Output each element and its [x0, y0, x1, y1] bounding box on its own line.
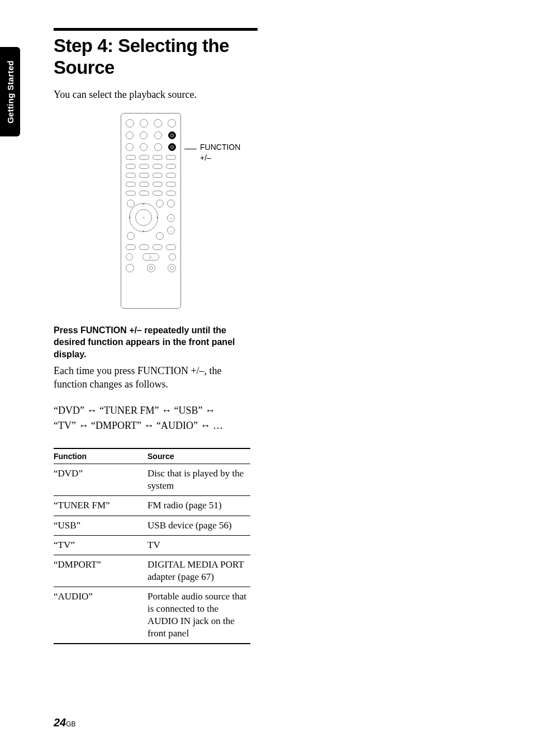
table-cell: “DVD” [54, 464, 147, 496]
remote-dpad-cluster: + + – [126, 200, 176, 240]
table-head-source: Source [147, 448, 250, 464]
callout-line-icon [184, 149, 197, 149]
arrow-lr-icon: ↔ [205, 403, 215, 418]
remote-button-icon [140, 131, 147, 139]
remote-button-icon [166, 164, 176, 169]
remote-button-icon [126, 191, 136, 196]
remote-button-icon [166, 155, 176, 160]
remote-button-icon [166, 191, 176, 196]
remote-button-icon [126, 143, 134, 151]
page-title: Step 4: Selecting the Source [54, 35, 255, 79]
remote-button-icon [139, 191, 149, 196]
cycle-seg: “DMPORT” [88, 420, 144, 431]
cycle-seg: “TUNER FM” [97, 405, 161, 416]
instruction-bold: Press FUNCTION +/– repeatedly until the … [54, 324, 255, 361]
table-cell: “TV” [54, 535, 147, 555]
remote-button-icon [153, 182, 163, 187]
remote-button-icon [154, 131, 162, 139]
remote-button-icon [139, 164, 149, 169]
remote-button-icon [126, 164, 136, 169]
remote-button-icon [167, 200, 175, 207]
table-cell: USB device (page 56) [147, 516, 250, 535]
remote-plus-icon: + [167, 214, 175, 222]
cycle-seg: “TV” [54, 420, 78, 431]
remote-diagram: + + – ▷ [121, 113, 181, 309]
remote-button-icon [126, 182, 136, 187]
remote-button-icon [168, 264, 176, 272]
remote-button-icon [153, 191, 163, 196]
remote-button-icon [139, 173, 149, 178]
table-row: “TV”TV [54, 535, 250, 555]
cycle-seg: “USB” [172, 405, 205, 416]
remote-button-icon [126, 155, 136, 160]
remote-button-icon [166, 173, 176, 178]
remote-button-icon [139, 182, 149, 187]
table-cell: “USB” [54, 516, 147, 535]
instruction-followup: Each time you press FUNCTION +/–, the fu… [54, 364, 255, 391]
callout-text-line1: FUNCTION [200, 142, 240, 153]
remote-button-icon [126, 131, 134, 139]
remote-button-icon [154, 119, 162, 127]
remote-button-icon [168, 119, 176, 127]
remote-button-icon [156, 232, 164, 240]
remote-button-icon [126, 253, 133, 261]
remote-button-icon [126, 244, 136, 250]
remote-button-icon [140, 143, 147, 151]
function-plus-button-icon [168, 131, 176, 139]
remote-button-icon [156, 200, 164, 207]
remote-button-icon [166, 244, 176, 250]
table-head-function: Function [54, 448, 147, 464]
table-cell: Disc that is played by the system [147, 464, 250, 496]
remote-button-icon [126, 173, 136, 178]
remote-minus-icon: – [167, 226, 175, 234]
function-table: Function Source “DVD”Disc that is played… [54, 448, 250, 644]
arrow-lr-icon: ↔ [87, 403, 97, 418]
remote-button-icon [139, 244, 149, 250]
table-cell: FM radio (page 51) [147, 496, 250, 516]
table-row: “DVD”Disc that is played by the system [54, 464, 250, 496]
function-minus-button-icon [168, 143, 176, 151]
function-cycle: “DVD” ↔ “TUNER FM” ↔ “USB” ↔ “TV” ↔ “DMP… [54, 403, 266, 433]
page-region: GB [66, 720, 75, 728]
table-cell: “DMPORT” [54, 555, 147, 587]
callout-text-line2: +/– [200, 153, 240, 163]
table-cell: “TUNER FM” [54, 496, 147, 516]
cycle-seg: … [210, 420, 223, 431]
arrow-lr-icon: ↔ [161, 403, 172, 418]
cycle-seg: “DVD” [54, 405, 87, 416]
remote-button-icon [126, 264, 134, 272]
remote-button-icon [126, 119, 134, 127]
heading-rule [54, 28, 258, 31]
table-cell: Portable audio source that is connected … [147, 587, 250, 644]
remote-button-icon [154, 143, 162, 151]
table-cell: “AUDIO” [54, 587, 147, 644]
section-tab: Getting Started [0, 47, 20, 136]
remote-button-icon [166, 182, 176, 187]
remote-button-icon [139, 155, 149, 160]
remote-button-icon [153, 164, 163, 169]
page-number: 24 [54, 716, 66, 729]
intro-text: You can select the playback source. [54, 89, 255, 101]
section-tab-label: Getting Started [6, 60, 15, 124]
remote-button-icon [147, 264, 155, 272]
arrow-lr-icon: ↔ [78, 418, 88, 433]
remote-button-icon [140, 119, 148, 127]
remote-button-icon [127, 232, 135, 240]
table-row: “USB”USB device (page 56) [54, 516, 250, 535]
table-row: “TUNER FM”FM radio (page 51) [54, 496, 250, 516]
remote-button-icon [169, 253, 176, 261]
page-footer: 24GB [54, 716, 76, 729]
table-cell: TV [147, 535, 250, 555]
cycle-seg: “AUDIO” [154, 420, 200, 431]
remote-button-icon [153, 155, 163, 160]
table-row: “AUDIO”Portable audio source that is con… [54, 587, 250, 644]
table-row: “DMPORT”DIGITAL MEDIA PORT adapter (page… [54, 555, 250, 587]
remote-dpad-icon: + [129, 203, 158, 232]
remote-button-icon [153, 173, 163, 178]
arrow-lr-icon: ↔ [144, 418, 154, 433]
arrow-lr-icon: ↔ [200, 418, 210, 433]
table-cell: DIGITAL MEDIA PORT adapter (page 67) [147, 555, 250, 587]
remote-button-icon [153, 244, 163, 250]
remote-play-icon: ▷ [142, 253, 159, 261]
